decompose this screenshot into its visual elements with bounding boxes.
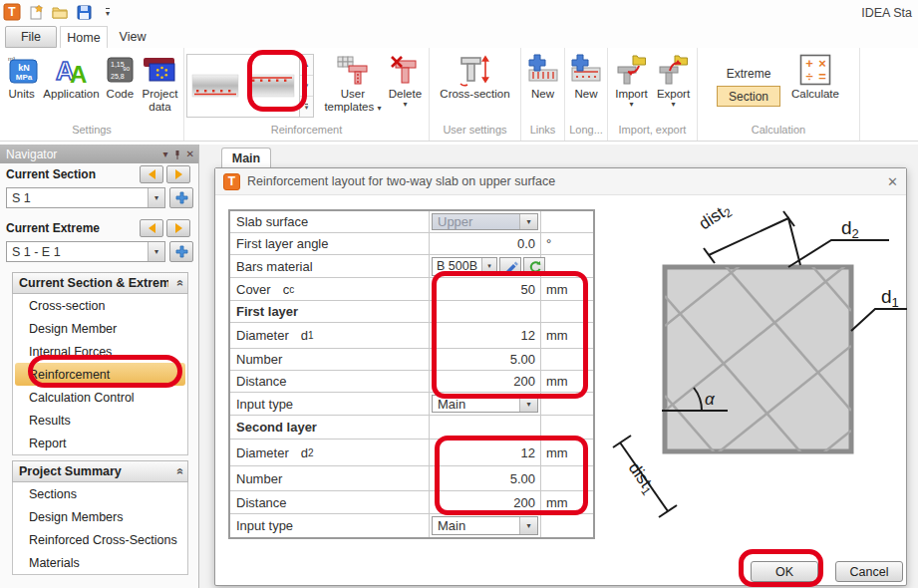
export-button[interactable]: Export ▾: [653, 51, 695, 123]
collapse-chevron-icon: »: [173, 280, 187, 287]
delete-button[interactable]: Delete ▾: [384, 51, 427, 123]
diameter1-input[interactable]: 12: [430, 323, 541, 348]
group-header-current-section-extreme[interactable]: Current Section & Extreme »: [12, 272, 188, 294]
distance2-input[interactable]: 200: [430, 491, 541, 513]
table-row: First layer angle 0.0 °: [230, 233, 593, 255]
table-section-row: Second layer: [230, 416, 593, 440]
caret-down-icon: ▾: [519, 396, 537, 412]
number2-input[interactable]: 5.00: [430, 466, 541, 490]
nav-item-cross-section[interactable]: Cross-section: [13, 294, 187, 317]
slab-upper-reinforcement-icon: [246, 63, 296, 109]
previous-section-button[interactable]: [140, 165, 163, 183]
number1-input[interactable]: 5.00: [430, 349, 541, 370]
gallery-scroll-down-button[interactable]: ▾: [300, 76, 313, 97]
units-button[interactable]: m³kNMPa Units: [2, 51, 41, 123]
gallery-scroll-up-button[interactable]: ▴: [300, 55, 313, 76]
svg-text:=: =: [818, 69, 826, 84]
caret-down-icon: ▾: [481, 258, 496, 275]
template-upper-surface-button[interactable]: [243, 55, 299, 117]
navigator-menu-caret-icon[interactable]: ▾: [163, 148, 168, 159]
distance1-input[interactable]: 200: [430, 371, 541, 392]
nav-item-sections[interactable]: Sections: [13, 482, 187, 505]
table-row: Covercc 50 mm: [230, 278, 593, 301]
cover-input[interactable]: 50: [430, 278, 541, 300]
app-menu-button[interactable]: T: [2, 2, 22, 22]
add-section-button[interactable]: [169, 187, 193, 208]
nav-item-materials[interactable]: Materials: [13, 551, 187, 574]
group-label-links: Links: [521, 124, 564, 141]
units-icon: m³kNMPa: [5, 52, 39, 88]
gallery-more-icon: ▾: [305, 104, 309, 111]
svg-text:MPa: MPa: [15, 73, 32, 82]
new-project-button[interactable]: [26, 2, 46, 22]
cross-section-icon: [458, 52, 493, 88]
input-type2-select[interactable]: Main ▾: [432, 516, 538, 535]
user-templates-button[interactable]: User templates ▾: [322, 51, 384, 123]
long-new-button[interactable]: New: [567, 51, 605, 123]
table-row: Number 5.00: [230, 349, 593, 371]
navigator-close-icon[interactable]: ✕: [186, 148, 194, 159]
current-extreme-select[interactable]: S 1 - E 1 ▾: [6, 241, 165, 262]
tab-file[interactable]: File: [5, 26, 57, 48]
titlebar: T ▾ IDEA Sta: [0, 0, 918, 25]
import-button[interactable]: Import ▾: [611, 51, 653, 123]
next-section-button[interactable]: [166, 165, 190, 183]
pencil-icon: [503, 259, 518, 274]
tab-view[interactable]: View: [110, 26, 155, 48]
diameter2-input[interactable]: 12: [430, 440, 541, 465]
first-layer-angle-input[interactable]: 0.0: [430, 233, 541, 254]
doc-tab-main[interactable]: Main: [221, 147, 271, 167]
nav-item-results[interactable]: Results: [13, 409, 187, 432]
cancel-button[interactable]: Cancel: [835, 561, 903, 582]
next-extreme-button[interactable]: [166, 219, 190, 237]
pin-icon[interactable]: [173, 149, 181, 159]
extreme-toggle-button[interactable]: Extreme: [717, 63, 780, 84]
nav-item-calculation-control[interactable]: Calculation Control: [13, 386, 187, 409]
nav-item-reinforcement[interactable]: Reinforcement: [15, 363, 185, 386]
ribbon: m³kNMPa Units AA Application 1,159025,8 …: [0, 48, 918, 142]
calculate-button[interactable]: +×÷= Calculate: [786, 51, 844, 123]
tab-home[interactable]: Home: [60, 26, 108, 48]
quick-access-toolbar: T ▾: [2, 2, 118, 22]
project-data-button[interactable]: Project data: [139, 51, 181, 123]
navigator-item-list: Sections Design Members Reinforced Cross…: [12, 482, 188, 575]
nav-item-design-member[interactable]: Design Member: [13, 317, 187, 340]
nav-item-report[interactable]: Report: [13, 432, 187, 454]
nav-item-design-members[interactable]: Design Members: [13, 505, 187, 528]
arrow-right-icon: [175, 223, 182, 233]
gallery-more-button[interactable]: ▾: [300, 97, 313, 117]
refresh-material-button[interactable]: [523, 257, 545, 276]
nav-item-internal-forces[interactable]: Internal Forces: [13, 340, 187, 363]
group-label-long: Long...: [565, 124, 607, 141]
table-row: Number 5.00: [230, 466, 593, 491]
add-extreme-button[interactable]: [169, 241, 193, 262]
nav-item-reinforced-cross-sections[interactable]: Reinforced Cross-Sections: [13, 528, 187, 551]
previous-extreme-button[interactable]: [140, 219, 163, 237]
input-type1-select[interactable]: Main ▾: [432, 395, 538, 413]
caret-down-icon: ▾: [519, 517, 537, 534]
svg-text:A: A: [70, 61, 87, 87]
group-header-project-summary[interactable]: Project Summary »: [12, 460, 188, 482]
cross-section-button[interactable]: Cross-section: [433, 51, 518, 123]
open-project-button[interactable]: [50, 2, 70, 22]
bars-material-select[interactable]: B 500B ▾: [432, 257, 497, 276]
caret-down-icon: ▾: [671, 101, 675, 109]
qat-customize-button[interactable]: ▾: [98, 2, 118, 22]
links-new-icon: [526, 52, 560, 88]
svg-text:25,8: 25,8: [111, 73, 125, 80]
code-button[interactable]: 1,159025,8 Code: [102, 51, 139, 123]
links-new-button[interactable]: New: [523, 51, 562, 123]
ok-button[interactable]: OK: [751, 561, 818, 582]
section-toggle-button[interactable]: Section: [717, 86, 780, 107]
slab-surface-select[interactable]: Upper ▾: [432, 213, 538, 230]
template-lower-surface-button[interactable]: [187, 55, 243, 117]
save-button[interactable]: [74, 2, 94, 22]
reinforcement-template-gallery: ▴ ▾ ▾: [186, 54, 314, 118]
table-section-row: First layer: [230, 301, 593, 323]
dialog-close-icon[interactable]: ✕: [887, 174, 898, 189]
arrow-left-icon: [149, 169, 155, 179]
current-section-select[interactable]: S 1 ▾: [6, 187, 165, 208]
edit-material-button[interactable]: [499, 257, 521, 276]
alpha-label: α: [705, 390, 716, 409]
application-button[interactable]: AA Application: [41, 51, 102, 123]
